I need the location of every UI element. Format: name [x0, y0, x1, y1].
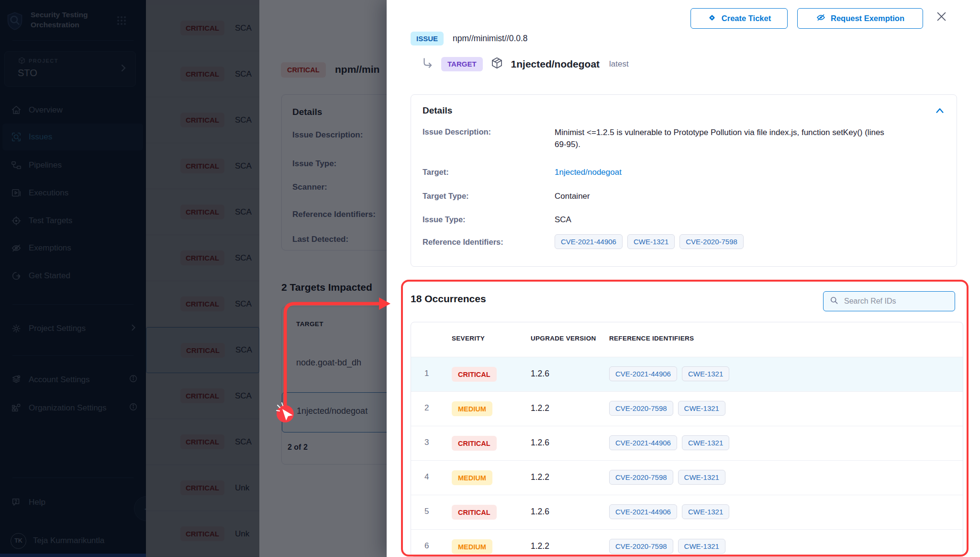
- target-badge: TARGET: [441, 57, 483, 71]
- upgrade-version: 1.2.6: [531, 369, 549, 379]
- button-label: Request Exemption: [831, 14, 904, 23]
- target-header: TARGET 1njected/nodegoat latest: [421, 57, 629, 71]
- app-root: Security Testing Orchestration PROJECT S…: [0, 0, 980, 557]
- row-index: 1: [424, 369, 429, 378]
- search-box: [823, 291, 955, 311]
- reference-id-chip[interactable]: CVE-2020-7598: [609, 470, 673, 485]
- upgrade-version: 1.2.2: [531, 541, 549, 551]
- reference-id-chip[interactable]: CVE-2021-44906: [609, 504, 677, 519]
- issue-description: Minimist <=1.2.5 is vulnerable to Protot…: [555, 126, 890, 150]
- issue-header: ISSUE npm//minimist//0.0.8: [411, 32, 528, 45]
- reference-id-chip[interactable]: CVE-2020-7598: [679, 234, 744, 249]
- occurrences-heading: 18 Occurrences: [411, 293, 486, 305]
- occurrences-table: SEVERITY UPGRADE VERSION REFERENCE IDENT…: [411, 322, 963, 557]
- severity-badge: MEDIUM: [452, 401, 492, 416]
- row-index: 3: [424, 438, 429, 447]
- chevron-up-icon[interactable]: [935, 106, 945, 117]
- reference-id-chip[interactable]: CWE-1321: [678, 539, 725, 554]
- target-link[interactable]: 1njected/nodegoat: [555, 168, 622, 177]
- column-header: UPGRADE VERSION: [531, 335, 596, 342]
- field-label: Target:: [423, 168, 449, 177]
- upgrade-version: 1.2.2: [531, 403, 549, 413]
- row-index: 4: [424, 472, 429, 482]
- reference-id-chip[interactable]: CVE-2020-7598: [609, 401, 673, 416]
- upgrade-version: 1.2.2: [531, 472, 549, 482]
- field-label: Issue Description:: [423, 127, 491, 136]
- request-exemption-button[interactable]: Request Exemption: [797, 8, 923, 29]
- table-row[interactable]: 2 MEDIUM 1.2.2 CVE-2020-7598 CWE-1321: [411, 391, 963, 426]
- target-tag: latest: [609, 59, 629, 69]
- severity-badge: MEDIUM: [452, 539, 492, 554]
- table-row[interactable]: 5 CRITICAL 1.2.6 CVE-2021-44906 CWE-1321: [411, 495, 963, 530]
- upgrade-version: 1.2.6: [531, 507, 549, 517]
- table-row[interactable]: 4 MEDIUM 1.2.2 CVE-2020-7598 CWE-1321: [411, 460, 963, 495]
- create-ticket-button[interactable]: Create Ticket: [690, 8, 788, 29]
- reference-id-chip[interactable]: CWE-1321: [627, 234, 675, 249]
- reference-identifiers: CVE-2021-44906 CWE-1321 CVE-2020-7598: [555, 234, 744, 249]
- reference-identifiers: CVE-2020-7598 CWE-1321: [609, 470, 725, 485]
- target-type: Container: [555, 192, 590, 201]
- target-name: 1njected/nodegoat: [511, 58, 600, 70]
- upgrade-version: 1.2.6: [531, 438, 549, 448]
- search-icon: [829, 296, 839, 307]
- reference-identifiers: CVE-2020-7598 CWE-1321: [609, 401, 725, 416]
- row-index: 6: [424, 541, 429, 551]
- row-index: 5: [424, 507, 429, 516]
- row-index: 2: [424, 403, 429, 413]
- reference-id-chip[interactable]: CWE-1321: [678, 470, 725, 485]
- reference-id-chip[interactable]: CVE-2021-44906: [609, 435, 677, 450]
- column-header: SEVERITY: [452, 335, 485, 342]
- table-row[interactable]: 3 CRITICAL 1.2.6 CVE-2021-44906 CWE-1321: [411, 426, 963, 461]
- card-title: Details: [423, 105, 452, 116]
- corner-arrow-icon: [421, 57, 434, 71]
- table-row[interactable]: 1 CRITICAL 1.2.6 CVE-2021-44906 CWE-1321: [411, 357, 963, 392]
- overlay-scrim: [0, 0, 388, 557]
- reference-identifiers: CVE-2021-44906 CWE-1321: [609, 504, 729, 519]
- reference-id-chip[interactable]: CVE-2021-44906: [609, 366, 677, 381]
- issue-badge: ISSUE: [411, 32, 444, 45]
- button-label: Create Ticket: [722, 14, 771, 23]
- reference-id-chip[interactable]: CVE-2020-7598: [609, 539, 673, 554]
- issue-name: npm//minimist//0.0.8: [453, 34, 528, 44]
- reference-identifiers: CVE-2021-44906 CWE-1321: [609, 435, 729, 450]
- issue-type: SCA: [555, 215, 571, 225]
- close-icon[interactable]: [935, 10, 948, 25]
- reference-identifiers: CVE-2021-44906 CWE-1321: [609, 366, 729, 381]
- field-label: Issue Type:: [423, 215, 466, 224]
- package-icon: [490, 57, 503, 71]
- severity-badge: MEDIUM: [452, 470, 492, 485]
- column-header: REFERENCE IDENTIFIERS: [609, 335, 694, 342]
- search-input[interactable]: [843, 296, 949, 306]
- details-card: Details Issue Description: Minimist <=1.…: [411, 94, 957, 267]
- field-label: Target Type:: [423, 192, 469, 201]
- severity-badge: CRITICAL: [452, 367, 497, 382]
- reference-id-chip[interactable]: CWE-1321: [678, 401, 725, 416]
- severity-badge: CRITICAL: [452, 505, 497, 520]
- reference-id-chip[interactable]: CWE-1321: [682, 504, 729, 519]
- table-row[interactable]: 6 MEDIUM 1.2.2 CVE-2020-7598 CWE-1321: [411, 529, 963, 557]
- reference-id-chip[interactable]: CWE-1321: [682, 366, 729, 381]
- issue-detail-panel: Create Ticket Request Exemption ISSUE np…: [387, 0, 980, 557]
- reference-id-chip[interactable]: CWE-1321: [682, 435, 729, 450]
- eye-off-icon: [816, 12, 826, 24]
- reference-id-chip[interactable]: CVE-2021-44906: [555, 234, 623, 249]
- ticket-diamond-icon: [707, 13, 717, 24]
- field-label: Reference Identifiers:: [423, 238, 503, 247]
- severity-badge: CRITICAL: [452, 436, 497, 451]
- reference-identifiers: CVE-2020-7598 CWE-1321: [609, 539, 725, 554]
